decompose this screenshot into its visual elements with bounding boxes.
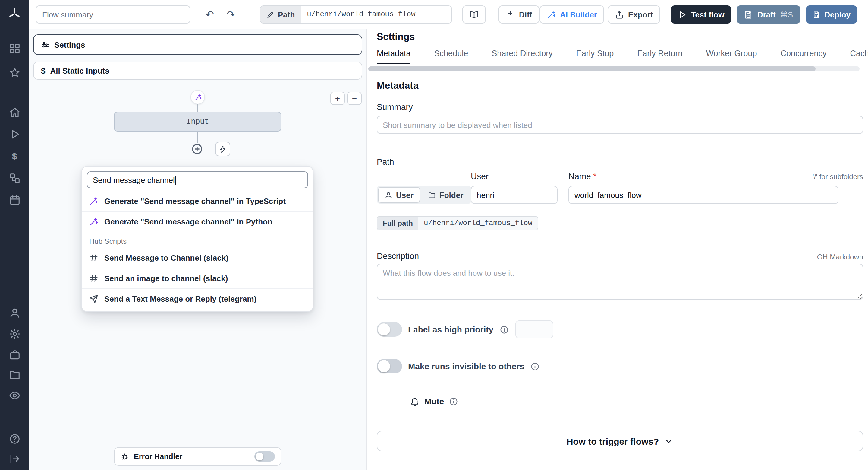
ai-flow-button[interactable] (190, 90, 205, 105)
sidebar-item-apps[interactable] (0, 43, 29, 54)
sidebar-item-user[interactable] (0, 307, 29, 319)
draft-label: Draft (757, 10, 776, 19)
result-generate-python[interactable]: Generate "Send message channel" in Pytho… (82, 211, 313, 232)
tab-early-stop[interactable]: Early Stop (576, 47, 614, 64)
invisible-runs-toggle[interactable] (377, 359, 402, 374)
owner-user-button[interactable]: User (378, 187, 420, 203)
path-edit-chip[interactable]: Path (260, 6, 301, 23)
sidebar-item-favorites[interactable] (0, 67, 29, 79)
description-textarea[interactable] (377, 264, 863, 300)
ai-builder-button[interactable]: AI Builder (539, 5, 604, 24)
sidebar-item-resources[interactable] (0, 173, 29, 184)
sidebar-item-groups[interactable] (0, 390, 29, 401)
tab-schedule[interactable]: Schedule (434, 47, 468, 64)
info-icon[interactable] (449, 397, 458, 406)
zoom-in-button[interactable]: + (330, 92, 345, 105)
sliders-icon (41, 40, 50, 49)
wand-icon (547, 10, 556, 19)
tabs-scrollbar-thumb[interactable] (368, 66, 815, 71)
deploy-button[interactable]: Deploy (806, 5, 857, 24)
undo-button[interactable]: ↶ (201, 5, 219, 24)
high-priority-toggle[interactable] (377, 322, 402, 337)
path-value: u/henri/world_famous_flow (301, 6, 421, 23)
info-icon[interactable] (499, 325, 508, 334)
priority-value-input[interactable] (516, 320, 553, 339)
play-icon (9, 128, 20, 140)
wand-icon (89, 217, 98, 226)
result-hub-slack-message[interactable]: Send Message to Channel (slack) (82, 247, 313, 268)
flow-summary-input[interactable] (36, 5, 190, 24)
tab-cache[interactable]: Cache (850, 47, 868, 64)
result-label: Generate "Send message channel" in Pytho… (104, 217, 273, 226)
pencil-icon (267, 10, 274, 19)
tabs-scrollbar (368, 66, 860, 71)
how-to-trigger-flows[interactable]: How to trigger flows? (377, 431, 863, 451)
slack-icon (89, 274, 98, 283)
error-handler-toggle[interactable] (254, 451, 275, 462)
bug-icon (121, 452, 129, 461)
tab-concurrency[interactable]: Concurrency (780, 47, 827, 64)
full-path: Full path u/henri/world_famous_flow (377, 216, 538, 231)
path-user-input[interactable] (471, 186, 558, 204)
windmill-logo-icon (7, 7, 22, 21)
draft-button[interactable]: Draft ⌘S (737, 5, 801, 24)
input-node[interactable]: Input (114, 112, 281, 131)
dollar-icon: $ (12, 150, 17, 162)
error-handler-node[interactable]: Error Handler (114, 447, 281, 466)
sidebar-item-schedules[interactable] (0, 194, 29, 206)
step-search-dropdown: Send message channel Generate "Send mess… (82, 166, 313, 312)
name-column-label: Name * (568, 171, 596, 181)
tab-early-return[interactable]: Early Return (637, 47, 682, 64)
gh-markdown-hint: GH Markdown (817, 253, 863, 261)
windmill-logo[interactable] (0, 7, 29, 21)
grid-icon (9, 43, 20, 54)
sidebar-item-help[interactable] (0, 433, 29, 445)
zoom-out-button[interactable]: − (347, 92, 362, 105)
tab-shared-directory[interactable]: Shared Directory (492, 47, 553, 64)
owner-folder-button[interactable]: Folder (421, 187, 470, 203)
sidebar-item-home[interactable] (0, 107, 29, 118)
result-hub-telegram-message[interactable]: Send a Text Message or Reply (telegram) (82, 288, 313, 309)
export-label: Export (628, 10, 653, 19)
static-inputs-node[interactable]: $ All Static Inputs (33, 62, 362, 80)
name-text: Name (568, 171, 591, 181)
sidebar-item-runs[interactable] (0, 128, 29, 140)
add-step-button[interactable] (191, 143, 203, 155)
info-icon[interactable] (530, 362, 539, 371)
tab-worker-group[interactable]: Worker Group (706, 47, 757, 64)
test-flow-button[interactable]: Test flow (671, 5, 731, 24)
subfolder-hint: '/' for subfolders (812, 173, 863, 181)
owner-folder-label: Folder (439, 190, 463, 199)
export-button[interactable]: Export (608, 5, 660, 24)
home-icon (9, 107, 20, 118)
toggle-knob (255, 452, 264, 460)
diff-button[interactable]: Diff (498, 5, 539, 24)
sidebar-item-settings[interactable] (0, 328, 29, 340)
high-priority-row: Label as high priority (377, 320, 508, 339)
book-icon (470, 10, 478, 19)
result-generate-typescript[interactable]: Generate "Send message channel" in TypeS… (82, 190, 313, 211)
result-hub-slack-image[interactable]: Send an image to channel (slack) (82, 268, 313, 288)
docs-button[interactable] (462, 5, 486, 24)
quick-action-button[interactable] (215, 142, 230, 156)
sidebar-item-variables[interactable]: $ (0, 150, 29, 162)
sidebar-item-workers[interactable] (0, 349, 29, 361)
sidebar-item-folders[interactable] (0, 369, 29, 381)
windmill-flow-editor: $ ↶ ↷ (0, 0, 868, 470)
summary-input[interactable] (377, 116, 863, 134)
redo-button[interactable]: ↷ (222, 5, 240, 24)
path-control[interactable]: Path u/henri/world_famous_flow (260, 5, 452, 24)
tab-metadata[interactable]: Metadata (377, 47, 411, 64)
step-search-input[interactable]: Send message channel (87, 171, 308, 188)
invisible-runs-label: Make runs invisible to others (408, 361, 524, 371)
owner-kind-segmented: User Folder (377, 186, 471, 204)
export-icon (615, 10, 624, 19)
help-icon (9, 433, 20, 445)
briefcase-icon (9, 349, 20, 361)
path-chip-label: Path (278, 10, 295, 19)
settings-title: Settings (377, 31, 415, 42)
flow-settings-node[interactable]: Settings (33, 34, 362, 55)
sidebar-collapse[interactable] (0, 453, 29, 465)
path-name-input[interactable] (568, 186, 838, 204)
summary-label: Summary (377, 102, 413, 112)
